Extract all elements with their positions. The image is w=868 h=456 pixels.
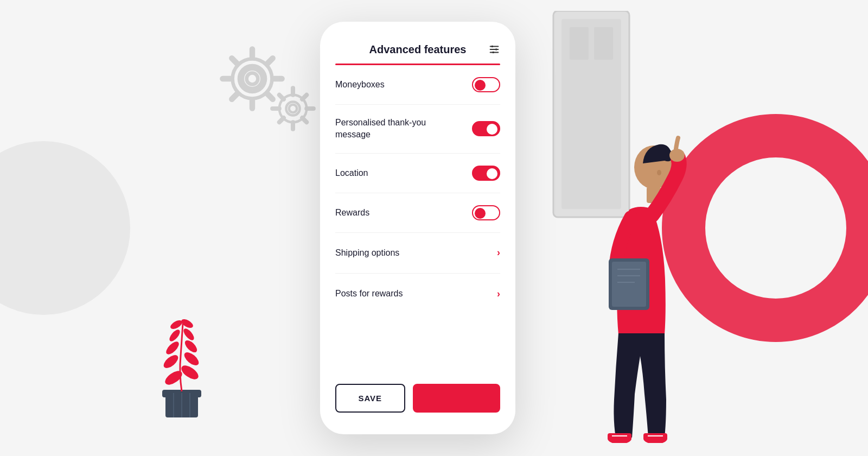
svg-rect-56 xyxy=(612,262,646,307)
setting-label-rewards: Rewards xyxy=(335,207,369,219)
svg-point-32 xyxy=(182,350,201,368)
nav-row-shipping-options[interactable]: Shipping options › xyxy=(335,233,500,274)
svg-rect-41 xyxy=(570,27,589,60)
phone-footer: SAVE xyxy=(320,373,515,418)
svg-line-8 xyxy=(267,58,272,64)
bg-circle-left xyxy=(0,141,130,315)
nav-label-shipping-options: Shipping options xyxy=(335,247,399,259)
gear-small-icon xyxy=(269,84,317,133)
setting-label-moneyboxes: Moneyboxes xyxy=(335,79,385,91)
toggle-rewards[interactable] xyxy=(472,205,500,220)
svg-point-47 xyxy=(495,48,497,50)
toggle-personalised-thankyou[interactable] xyxy=(472,121,500,136)
svg-point-34 xyxy=(183,338,199,354)
setting-label-location: Location xyxy=(335,167,368,179)
svg-point-30 xyxy=(179,363,201,382)
plant-decoration xyxy=(138,302,225,423)
toggle-knob-location xyxy=(487,168,497,179)
svg-point-37 xyxy=(169,319,184,331)
svg-point-33 xyxy=(164,339,181,356)
chevron-shipping-options-icon: › xyxy=(497,247,500,258)
phone-screen: Advanced features Moneyboxes xyxy=(320,22,515,434)
phone-mockup: Advanced features Moneyboxes xyxy=(320,22,515,434)
toggle-knob-rewards xyxy=(475,208,486,219)
settings-list: Moneyboxes Personalised thank-you messag… xyxy=(320,65,515,373)
svg-rect-42 xyxy=(594,27,613,60)
svg-point-36 xyxy=(182,327,196,342)
nav-row-posts-for-rewards[interactable]: Posts for rewards › xyxy=(335,274,500,314)
person-illustration xyxy=(570,128,711,445)
toggle-knob-personalised-thankyou xyxy=(487,124,497,135)
svg-point-35 xyxy=(168,328,182,343)
svg-line-6 xyxy=(232,58,237,64)
svg-point-53 xyxy=(669,149,685,162)
setting-row-moneyboxes: Moneyboxes xyxy=(335,65,500,105)
setting-row-personalised-thankyou: Personalised thank-you message xyxy=(335,105,500,154)
svg-point-31 xyxy=(162,353,181,371)
setting-row-rewards: Rewards xyxy=(335,193,500,233)
svg-point-46 xyxy=(492,46,494,48)
svg-point-48 xyxy=(492,52,494,54)
toggle-location[interactable] xyxy=(472,166,500,181)
setting-label-personalised-thankyou: Personalised thank-you message xyxy=(335,117,444,141)
svg-line-9 xyxy=(232,93,237,99)
primary-button[interactable] xyxy=(413,384,501,413)
nav-label-posts-for-rewards: Posts for rewards xyxy=(335,288,403,300)
setting-row-location: Location xyxy=(335,154,500,193)
filter-icon[interactable] xyxy=(488,43,500,58)
phone-header: Advanced features xyxy=(320,38,515,56)
save-button[interactable]: SAVE xyxy=(335,384,405,413)
toggle-moneyboxes[interactable] xyxy=(472,77,500,92)
toggle-knob-moneyboxes xyxy=(475,80,486,91)
svg-point-23 xyxy=(289,105,297,112)
svg-point-51 xyxy=(657,170,661,175)
svg-point-12 xyxy=(247,73,258,85)
chevron-posts-for-rewards-icon: › xyxy=(497,288,500,300)
page-title: Advanced features xyxy=(335,43,500,56)
